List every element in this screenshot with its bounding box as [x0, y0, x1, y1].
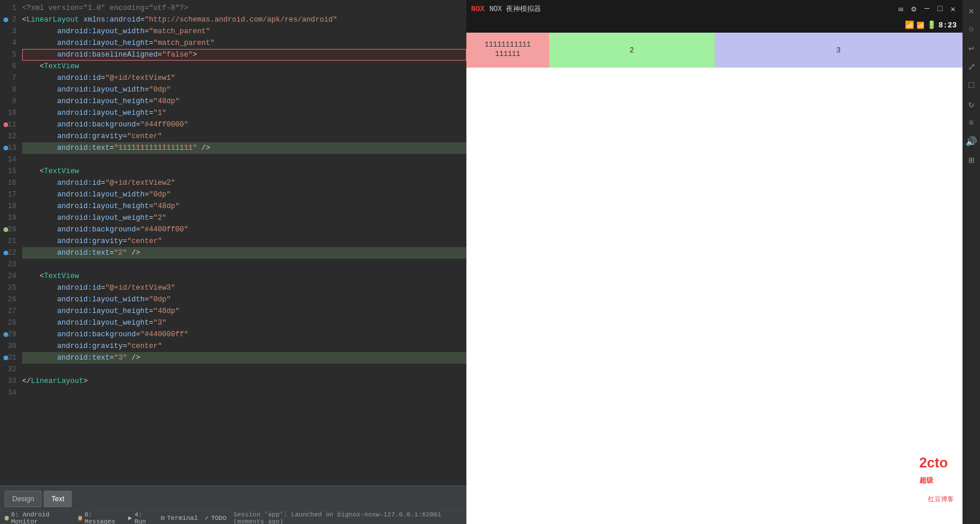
todo-item[interactable]: ✓ TODO [205, 514, 226, 522]
code-line-12: android:gravity="center" [22, 131, 466, 142]
android-dot [5, 516, 9, 521]
code-line-24: <TextView [22, 270, 466, 282]
settings-icon[interactable]: ⚙ [909, 3, 918, 15]
sidebar-icon-7[interactable]: ≡ [965, 117, 978, 129]
watermark-container: 2cto超级 红豆博客 [928, 495, 954, 504]
signal-icon: 📶 [916, 22, 925, 29]
run-icon: ▶ [128, 514, 132, 522]
session-text: Session 'app': Launched on bignox-noxw-1… [233, 511, 462, 525]
line-number-30: 30 [2, 340, 20, 352]
bar-1: 11111111111111111 [466, 33, 549, 68]
line-number-29: 29 [2, 329, 20, 340]
code-line-1: <?xml version="1.0" encoding="utf-8"?> [22, 2, 466, 14]
line-number-31: 31 [2, 352, 20, 364]
tab-design[interactable]: Design [5, 491, 41, 507]
line-number-2: 2 [2, 14, 20, 26]
code-line-9: android:layout_height="48dp" [22, 96, 466, 107]
code-line-10: android:layout_weight="1" [22, 107, 466, 119]
line-number-17: 17 [2, 189, 20, 201]
color-bars: 11111111111111111 2 3 [466, 33, 963, 68]
line-number-22: 22 [2, 247, 20, 259]
status-bar: 6: Android Monitor 0: Messages ▶ 4: Run … [0, 511, 466, 524]
code-line-13: android:text="11111111111111111" /> [22, 142, 466, 154]
line-number-9: 9 [2, 96, 20, 107]
line-number-26: 26 [2, 294, 20, 305]
sidebar-icon-2[interactable]: ○ [965, 23, 978, 36]
watermark-sub: 红豆博客 [928, 495, 954, 504]
code-line-33: </LinearLayout> [22, 375, 466, 387]
code-line-20: android:background="#4400ff00" [22, 224, 466, 235]
sidebar-icon-6[interactable]: ↻ [965, 98, 978, 111]
battery-icon: 🔋 [927, 20, 936, 30]
sidebar-icon-9[interactable]: ⊞ [965, 154, 978, 167]
code-area: 1234567891011121314151617181920212223242… [0, 0, 466, 486]
line-number-20: 20 [2, 224, 20, 235]
maximize-icon[interactable]: □ [935, 3, 944, 15]
close-icon[interactable]: ✕ [949, 3, 958, 15]
code-line-15: <TextView [22, 166, 466, 177]
code-line-34 [22, 387, 466, 399]
terminal-icon: ⊟ [161, 514, 165, 522]
android-status-bar: 📶 📶 🔋 8:23 [466, 17, 963, 33]
line-number-24: 24 [2, 270, 20, 282]
line-number-32: 32 [2, 364, 20, 375]
code-line-22: android:text="2" /> [22, 247, 466, 259]
tab-text[interactable]: Text [44, 491, 72, 507]
nox-logo: NOX [471, 5, 484, 13]
terminal-label: Terminal [167, 515, 198, 522]
android-content: 11111111111111111 2 3 [466, 33, 963, 524]
code-content[interactable]: <?xml version="1.0" encoding="utf-8"?><L… [22, 0, 466, 486]
line-number-33: 33 [2, 375, 20, 387]
code-line-17: android:layout_width="0dp" [22, 189, 466, 201]
code-line-26: android:layout_width="0dp" [22, 294, 466, 305]
code-line-11: android:background="#44ff0000" [22, 119, 466, 131]
minimize-icon[interactable]: ─ [922, 3, 932, 15]
email-icon[interactable]: ✉ [896, 3, 905, 15]
line-number-21: 21 [2, 235, 20, 247]
messages-item[interactable]: 0: Messages [78, 511, 121, 525]
editor-pane: 1234567891011121314151617181920212223242… [0, 0, 466, 524]
bar-2: 2 [549, 33, 715, 68]
sidebar-icon-1[interactable]: ✕ [965, 5, 978, 17]
sidebar-icon-3[interactable]: ↩ [965, 42, 978, 55]
emulator-pane: NOX NOX 夜神模拟器 ✉ ⚙ ─ □ ✕ 📶 📶 🔋 8:23 [466, 0, 980, 524]
run-label: 4: Run [135, 511, 154, 525]
sidebar-icon-5[interactable]: □ [965, 79, 978, 92]
bottom-toolbar: Design Text [0, 486, 466, 511]
code-line-3: android:layout_width="match_parent" [22, 26, 466, 37]
emulator-controls: ✉ ⚙ ─ □ ✕ [896, 3, 958, 15]
code-line-8: android:layout_width="0dp" [22, 84, 466, 96]
code-line-16: android:id="@+id/textView2" [22, 177, 466, 189]
line-number-13: 13 [2, 142, 20, 154]
line-number-4: 4 [2, 37, 20, 49]
messages-dot [78, 516, 82, 521]
line-number-14: 14 [2, 154, 20, 166]
line-number-11: 11 [2, 119, 20, 131]
code-line-19: android:layout_weight="2" [22, 212, 466, 224]
check-icon: ✓ [205, 514, 209, 522]
line-number-12: 12 [2, 131, 20, 142]
run-item[interactable]: ▶ 4: Run [128, 511, 154, 525]
line-number-7: 7 [2, 72, 20, 84]
wifi-icon: 📶 [905, 20, 914, 30]
emulator-screen: NOX NOX 夜神模拟器 ✉ ⚙ ─ □ ✕ 📶 📶 🔋 8:23 [466, 0, 963, 524]
line-number-6: 6 [2, 61, 20, 72]
code-line-23 [22, 259, 466, 270]
android-monitor-item[interactable]: 6: Android Monitor [5, 511, 71, 525]
code-lines: 1234567891011121314151617181920212223242… [0, 0, 466, 486]
line-number-23: 23 [2, 259, 20, 270]
code-line-14 [22, 154, 466, 166]
terminal-item[interactable]: ⊟ Terminal [161, 514, 198, 522]
watermark-text: 2cto超级 [919, 455, 948, 486]
code-line-18: android:layout_height="48dp" [22, 201, 466, 212]
sidebar-icon-4[interactable]: ⤢ [965, 61, 978, 73]
code-line-29: android:background="#440000ff" [22, 329, 466, 340]
line-number-27: 27 [2, 305, 20, 317]
code-line-28: android:layout_weight="3" [22, 317, 466, 329]
emulator-titlebar: NOX NOX 夜神模拟器 ✉ ⚙ ─ □ ✕ [466, 0, 963, 17]
line-number-3: 3 [2, 26, 20, 37]
todo-label: TODO [211, 515, 226, 522]
sidebar-icon-8[interactable]: 🔊 [965, 135, 978, 148]
android-status-icons: 📶 📶 🔋 8:23 [905, 20, 957, 30]
emulator-title-text: NOX 夜神模拟器 [489, 4, 541, 14]
